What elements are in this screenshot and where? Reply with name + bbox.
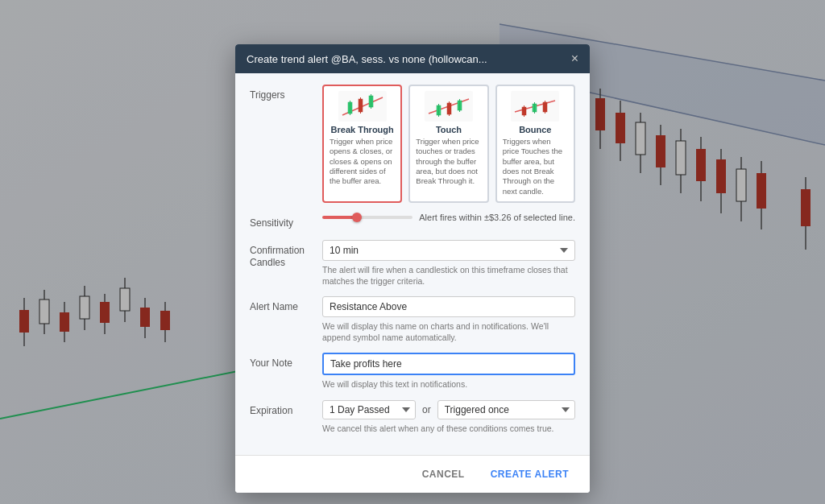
alert-name-label: Alert Name [250, 296, 322, 314]
expiration-day-select[interactable]: 1 Day Passed 2 Days Passed 1 Week Passed [322, 400, 416, 419]
expiration-content: 1 Day Passed 2 Days Passed 1 Week Passed… [322, 400, 575, 434]
sensitivity-content: Alert fires within ±$3.26 of selected li… [322, 213, 575, 222]
confirmation-candles-content: 10 min 1 min 5 min 15 min 30 min 1 hour … [322, 240, 575, 287]
touch-desc: Trigger when price touches or trades thr… [416, 137, 481, 187]
your-note-hint: We will display this text in notificatio… [322, 378, 575, 390]
alert-name-content: We will display this name on charts and … [322, 296, 575, 343]
confirmation-candles-row: Confirmation Candles 10 min 1 min 5 min … [250, 240, 575, 287]
create-alert-dialog: Create trend alert @BA, sess. vs none (h… [235, 44, 590, 493]
expiration-or: or [422, 404, 431, 415]
break-through-title: Break Through [330, 125, 395, 134]
trigger-card-bounce[interactable]: Bounce Triggers when price Touches the b… [495, 85, 575, 203]
break-through-desc: Trigger when price opens & closes, or cl… [330, 137, 395, 187]
sensitivity-hint: Alert fires within ±$3.26 of selected li… [419, 213, 575, 222]
dialog-header: Create trend alert @BA, sess. vs none (h… [235, 44, 590, 73]
sensitivity-thumb [352, 213, 362, 222]
bounce-icon [511, 91, 559, 122]
alert-name-input[interactable] [322, 296, 575, 317]
touch-title: Touch [416, 125, 481, 134]
sensitivity-row: Sensitivity Alert fires within ±$3.26 of… [250, 213, 575, 230]
trigger-cards: Break Through Trigger when price opens &… [322, 85, 575, 203]
expiration-label: Expiration [250, 400, 322, 418]
confirmation-candles-label: Confirmation Candles [250, 240, 322, 270]
create-alert-button[interactable]: CREATE ALERT [484, 464, 575, 485]
expiration-trigger-select[interactable]: Triggered once Triggered 3x Never [437, 400, 575, 419]
trigger-card-break-through[interactable]: Break Through Trigger when price opens &… [322, 85, 402, 203]
bounce-title: Bounce [503, 125, 568, 134]
dialog-title: Create trend alert @BA, sess. vs none (h… [247, 53, 487, 65]
triggers-label: Triggers [250, 85, 322, 102]
triggers-content: Break Through Trigger when price opens &… [322, 85, 575, 203]
sensitivity-label: Sensitivity [250, 213, 322, 230]
triggers-row: Triggers [250, 85, 575, 203]
bounce-desc: Triggers when price Touches the buffer a… [503, 137, 568, 196]
modal-overlay: Create trend alert @BA, sess. vs none (h… [0, 0, 825, 504]
cancel-button[interactable]: CANCEL [416, 464, 471, 485]
your-note-content: We will display this text in notificatio… [322, 353, 575, 390]
sensitivity-slider[interactable] [322, 216, 412, 219]
your-note-input[interactable] [322, 353, 575, 375]
expiration-controls: 1 Day Passed 2 Days Passed 1 Week Passed… [322, 400, 575, 419]
touch-icon [425, 91, 473, 122]
confirmation-candles-select[interactable]: 10 min 1 min 5 min 15 min 30 min 1 hour [322, 240, 575, 261]
dialog-body: Triggers [235, 73, 590, 455]
sensitivity-controls: Alert fires within ±$3.26 of selected li… [322, 213, 575, 222]
your-note-label: Your Note [250, 353, 322, 370]
trigger-card-touch[interactable]: Touch Trigger when price touches or trad… [408, 85, 488, 203]
confirmation-candles-hint: The alert will fire when a candlestick o… [322, 264, 575, 287]
alert-name-hint: We will display this name on charts and … [322, 320, 575, 343]
alert-name-row: Alert Name We will display this name on … [250, 296, 575, 343]
expiration-row: Expiration 1 Day Passed 2 Days Passed 1 … [250, 400, 575, 434]
expiration-hint: We cancel this alert when any of these c… [322, 423, 575, 434]
break-through-icon [338, 91, 387, 122]
close-button[interactable]: × [571, 52, 578, 65]
your-note-row: Your Note We will display this text in n… [250, 353, 575, 390]
dialog-footer: CANCEL CREATE ALERT [235, 455, 590, 493]
